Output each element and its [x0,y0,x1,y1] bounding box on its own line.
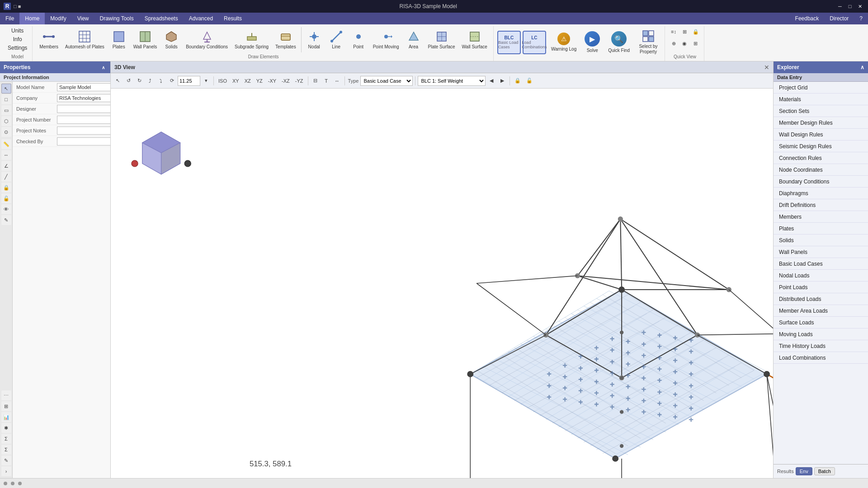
sidebar-lock2-btn[interactable]: 🔓 [1,193,11,203]
automesh-btn[interactable]: Automesh of Plates [62,26,108,53]
menu-help[interactable]: ? [854,13,868,24]
company-input[interactable] [57,94,110,102]
explorer-item-basic-load-cases[interactable]: Basic Load Cases [774,258,868,270]
sidebar-line-btn[interactable]: ╱ [1,172,11,182]
menu-file[interactable]: File [0,13,19,24]
view-xz-btn[interactable]: XZ [242,75,253,86]
explorer-item-plates[interactable]: Plates [774,223,868,235]
blc-btn[interactable]: BLC Basic Load Cases [497,31,521,54]
window-controls[interactable]: ─ □ ✕ [835,2,864,10]
explorer-item-connection-rules[interactable]: Connection Rules [774,152,868,164]
view-close-btn[interactable]: ✕ [764,64,769,71]
explorer-item-time-history-loads[interactable]: Time History Loads [774,340,868,352]
view-dim-btn[interactable]: ↔ [332,75,342,86]
explorer-item-member-design-rules[interactable]: Member Design Rules [774,117,868,129]
view-text-btn[interactable]: T [321,75,331,86]
view-frame-btn[interactable]: ⊟ [311,75,321,86]
view-canvas[interactable]: + + + + + + + + + + + + + + + + + [111,89,773,478]
explorer-item-solids[interactable]: Solids [774,235,868,246]
sidebar-eye-btn[interactable]: 👁 [1,204,11,214]
view-xy-btn[interactable]: XY [230,75,241,86]
load-case-next-btn[interactable]: ▶ [497,75,507,86]
designer-input[interactable] [57,105,110,113]
cursor-mode-btn[interactable]: ↖ [113,75,123,86]
load-case-prev-btn[interactable]: ◀ [486,75,496,86]
boundary-btn[interactable]: Boundary Conditions [183,26,231,53]
qv-grid-btn[interactable]: ⊞ [679,26,689,37]
menu-results[interactable]: Results [218,13,247,24]
area-btn[interactable]: Area [403,26,425,53]
tilt-down-btn[interactable]: ⤵ [156,75,166,86]
tilt-up-btn[interactable]: ⤴ [145,75,155,86]
sidebar-dim-btn[interactable]: ↔ [1,150,11,160]
explorer-item-node-coordinates[interactable]: Node Coordinates [774,164,868,176]
explorer-item-wall-panels[interactable]: Wall Panels [774,246,868,258]
checked-by-input[interactable] [57,137,110,145]
select-by-property-btn[interactable]: Select by Property [635,29,662,56]
explorer-item-materials[interactable]: Materials [774,94,868,105]
warning-log-btn[interactable]: ⚠ Warning Log [548,29,580,56]
explorer-item-drift-definitions[interactable]: Drift Definitions [774,199,868,211]
members-btn[interactable]: Members [36,26,61,53]
load-case-select[interactable]: BLC 1: Self Weight [418,76,486,86]
explorer-item-load-combinations[interactable]: Load Combinations [774,352,868,364]
maximize-btn[interactable]: □ [845,2,854,10]
menu-modify[interactable]: Modify [45,13,71,24]
explorer-item-members[interactable]: Members [774,211,868,223]
lock2-btn[interactable]: 🔓 [524,75,535,86]
explorer-item-section-sets[interactable]: Section Sets [774,105,868,117]
sidebar-angle-btn[interactable]: ∠ [1,161,11,171]
sidebar-sigma-btn[interactable]: Σ [1,434,11,444]
templates-btn[interactable]: Templates [272,26,299,53]
view-yz-btn[interactable]: YZ [254,75,265,86]
explorer-item-moving-loads[interactable]: Moving Loads [774,328,868,340]
menu-director[interactable]: Director [824,13,854,24]
angle-dropdown-btn[interactable]: ▾ [201,75,211,86]
sidebar-polygon-btn[interactable]: ⬡ [1,116,11,126]
solids-btn[interactable]: Solids [160,26,182,53]
view-neg-yz-btn[interactable]: -YZ [293,75,306,86]
sidebar-eye2-btn[interactable]: ✎ [1,215,11,225]
sidebar-ruler-btn[interactable]: 📏 [1,139,11,149]
nodal-btn[interactable]: Nodal [303,26,325,53]
sidebar-expand-btn[interactable]: ⋯ [1,390,11,400]
explorer-item-distributed-loads[interactable]: Distributed Loads [774,293,868,305]
sidebar-tag-btn[interactable]: ✱ [1,423,11,433]
project-notes-input[interactable] [57,127,110,135]
plates-ribbon-btn[interactable]: Plates [108,26,130,53]
sidebar-lock-btn[interactable]: 🔒 [1,183,11,192]
qv-expand-btn[interactable]: ⊕ [669,38,679,49]
rotate-cw-btn[interactable]: ↻ [134,75,144,86]
view-neg-xz-btn[interactable]: -XZ [279,75,292,86]
point-btn[interactable]: Point [348,26,369,53]
subgrade-btn[interactable]: Subgrade Spring [231,26,272,53]
sidebar-table-btn[interactable]: ⊞ [1,401,11,411]
sidebar-pen-btn[interactable]: ✎ [1,455,11,465]
explorer-item-diaphragms[interactable]: Diaphragms [774,188,868,199]
plate-surface-btn[interactable]: Plate Surface [425,26,458,53]
sidebar-chevron-right-btn[interactable]: › [1,466,11,476]
sidebar-rect-btn[interactable]: □ [1,94,11,104]
qv-sort-btn[interactable]: ≡↕ [669,26,679,37]
line-btn[interactable]: Line [326,26,347,53]
angle-input[interactable] [178,76,200,86]
project-number-input[interactable] [57,116,110,124]
solve-btn[interactable]: ▶ Solve [581,29,603,56]
menu-advanced[interactable]: Advanced [184,13,218,24]
explorer-item-wall-design-rules[interactable]: Wall Design Rules [774,129,868,141]
view-iso-btn[interactable]: ISO [216,75,229,86]
info-btn[interactable]: Info [5,35,29,43]
sidebar-rect2-btn[interactable]: ▭ [1,105,11,115]
model-name-input[interactable] [57,83,110,91]
menu-view[interactable]: View [72,13,94,24]
batch-btn[interactable]: Batch [814,467,835,475]
units-btn[interactable]: Units [5,26,29,34]
quick-find-btn[interactable]: 🔍 Quick Find [605,29,633,56]
minimize-btn[interactable]: ─ [835,2,844,10]
explorer-item-member-area-loads[interactable]: Member Area Loads [774,305,868,317]
lc-btn[interactable]: LC Load Combinations [523,31,546,54]
sidebar-cursor-btn[interactable]: ↖ [1,84,11,94]
close-btn[interactable]: ✕ [855,2,864,10]
wall-surface-btn[interactable]: Wall Surface [459,26,491,53]
sidebar-lasso-btn[interactable]: ⊙ [1,127,11,137]
